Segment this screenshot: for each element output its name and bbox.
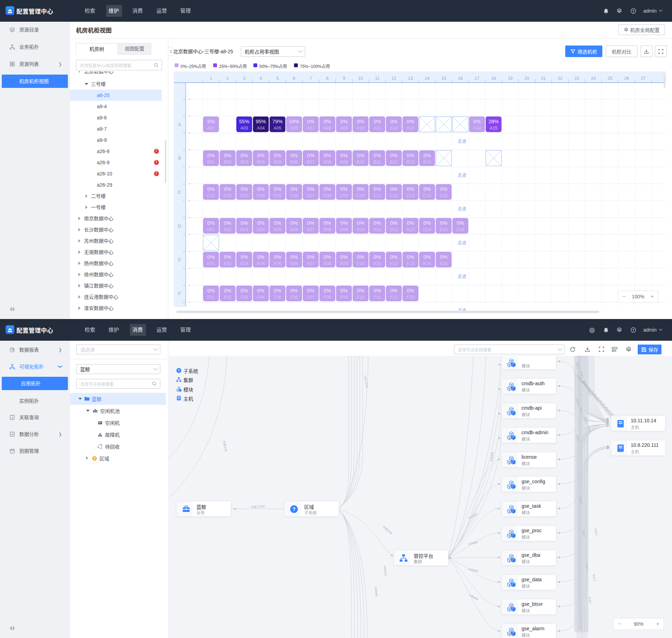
svg-text:0%: 0%	[290, 186, 298, 192]
svg-text:B11: B11	[373, 160, 381, 165]
svg-text:7: 7	[309, 76, 312, 81]
svg-text:D11: D11	[373, 227, 381, 232]
svg-text:0%: 0%	[257, 254, 265, 260]
svg-text:19: 19	[508, 76, 513, 81]
svg-text:B05: B05	[274, 160, 281, 165]
svg-text:D07: D07	[307, 227, 315, 232]
svg-text:0%: 0%	[224, 288, 231, 293]
svg-text:D02: D02	[224, 227, 232, 232]
svg-text:0%: 0%	[240, 220, 248, 226]
svg-text:0%: 0%	[207, 220, 215, 226]
svg-text:E01: E01	[207, 261, 215, 266]
svg-text:12: 12	[392, 76, 397, 81]
svg-text:0%: 0%	[274, 254, 281, 260]
svg-text:0%: 0%	[357, 288, 364, 293]
svg-text:所属业务: 所属业务	[222, 441, 228, 452]
svg-text:D05: D05	[273, 227, 281, 232]
svg-text:0%: 0%	[390, 254, 398, 260]
svg-text:C04: C04	[257, 193, 265, 198]
svg-text:E03: E03	[240, 261, 248, 266]
svg-text:0%: 0%	[290, 153, 298, 158]
svg-text:安装于: 安装于	[592, 574, 596, 582]
svg-text:18: 18	[491, 76, 496, 81]
svg-text:子: 子	[93, 457, 96, 460]
svg-text:B02: B02	[224, 160, 231, 165]
svg-text:0%: 0%	[357, 220, 364, 226]
svg-text:9: 9	[343, 76, 345, 81]
svg-text:0%: 0%	[390, 153, 398, 158]
svg-text:A08: A08	[323, 126, 331, 131]
svg-text:55%: 55%	[239, 119, 249, 124]
svg-text:0%: 0%	[307, 220, 314, 226]
svg-text:27: 27	[641, 76, 646, 81]
svg-text:17: 17	[475, 76, 479, 81]
svg-text:0%: 0%	[207, 186, 215, 192]
svg-text:10: 10	[358, 76, 363, 81]
svg-text:F13: F13	[407, 295, 414, 300]
svg-text:A04: A04	[257, 126, 265, 131]
svg-text:4: 4	[260, 76, 262, 81]
svg-text:F01: F01	[207, 295, 215, 300]
svg-text:安装于: 安装于	[594, 528, 598, 536]
svg-text:C15: C15	[440, 193, 448, 198]
svg-text:F02: F02	[224, 295, 231, 300]
svg-text:D06: D06	[290, 227, 298, 232]
svg-text:D04: D04	[257, 227, 265, 232]
svg-text:C13: C13	[406, 193, 414, 198]
svg-text:0%: 0%	[307, 153, 314, 158]
svg-text:C05: C05	[273, 193, 281, 198]
svg-text:0%: 0%	[240, 288, 248, 293]
svg-text:所属领域: 所属领域	[382, 525, 393, 535]
svg-text:0%: 0%	[257, 186, 265, 192]
svg-text:0%: 0%	[207, 288, 215, 293]
svg-text:0%: 0%	[290, 288, 298, 293]
svg-text:F11: F11	[373, 295, 381, 300]
svg-text:?: ?	[178, 368, 180, 372]
svg-text:A09: A09	[340, 126, 348, 131]
svg-text:0%: 0%	[224, 220, 231, 226]
svg-text:C01: C01	[207, 193, 215, 198]
svg-text:0%: 0%	[307, 186, 314, 192]
svg-text:0%: 0%	[440, 220, 447, 226]
svg-text:2: 2	[226, 76, 229, 81]
svg-text:0%: 0%	[424, 254, 431, 260]
svg-text:0%: 0%	[307, 254, 314, 260]
svg-text:E13: E13	[407, 261, 414, 266]
svg-text:所属领域: 所属领域	[383, 566, 387, 576]
svg-text:A10: A10	[357, 126, 364, 131]
svg-text:走道: 走道	[458, 207, 466, 211]
svg-text:B: B	[178, 155, 181, 161]
svg-text:28%: 28%	[489, 119, 499, 124]
svg-text:0%: 0%	[390, 288, 398, 293]
svg-text:0%: 0%	[307, 288, 314, 293]
svg-text:1: 1	[210, 76, 212, 81]
svg-text:0%: 0%	[340, 186, 348, 192]
svg-text:C12: C12	[390, 193, 398, 198]
svg-text:0%: 0%	[257, 153, 265, 158]
svg-text:E04: E04	[257, 261, 265, 266]
svg-text:E06: E06	[290, 261, 298, 266]
svg-text:5: 5	[276, 76, 279, 81]
svg-text:B08: B08	[323, 160, 331, 165]
svg-text:E08: E08	[323, 261, 331, 266]
svg-text:0%: 0%	[407, 288, 414, 293]
svg-text:95%: 95%	[256, 119, 266, 124]
svg-text:8: 8	[326, 76, 329, 81]
svg-text:F: F	[178, 291, 181, 296]
svg-text:?: ?	[632, 328, 635, 332]
svg-text:0%: 0%	[324, 220, 331, 226]
svg-text:0%: 0%	[424, 186, 431, 192]
svg-text:A13: A13	[407, 126, 414, 131]
svg-text:D01: D01	[207, 227, 215, 232]
svg-text:C11: C11	[373, 193, 381, 198]
svg-text:C03: C03	[240, 193, 248, 198]
svg-text:C09: C09	[340, 193, 348, 198]
svg-text:0%: 0%	[407, 153, 414, 158]
svg-text:0%: 0%	[357, 186, 364, 192]
svg-text:0%: 0%	[373, 186, 381, 192]
svg-text:0%: 0%	[373, 153, 381, 158]
svg-text:A01: A01	[207, 126, 215, 131]
svg-text:C10: C10	[357, 193, 365, 198]
svg-text:0%: 0%	[473, 119, 481, 124]
svg-text:A12: A12	[390, 126, 398, 131]
